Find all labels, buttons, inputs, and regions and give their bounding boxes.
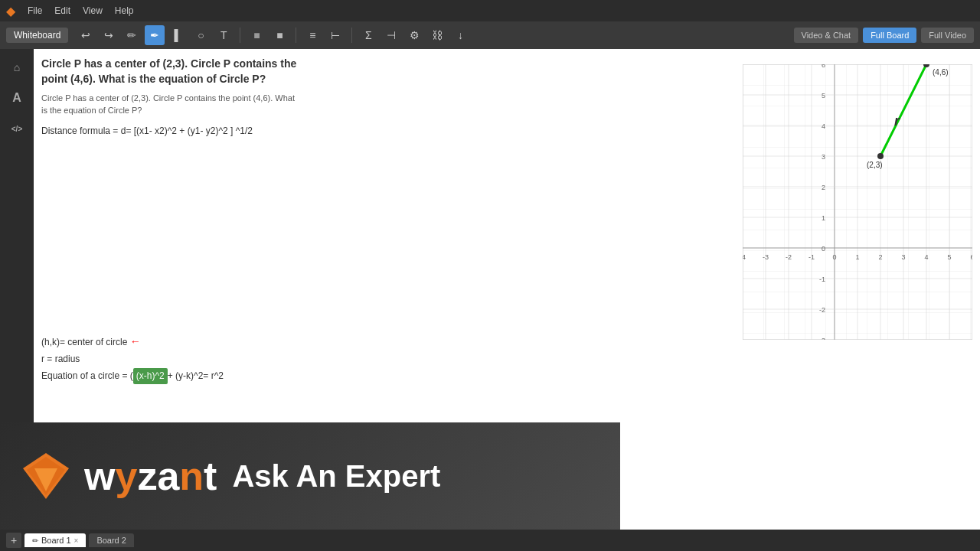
menu-edit[interactable]: Edit — [54, 5, 70, 16]
ask-expert-text: Ask An Expert — [232, 459, 440, 494]
lines-button[interactable]: ≡ — [302, 25, 322, 45]
code-icon[interactable]: </> — [5, 116, 29, 141]
svg-text:3: 3 — [822, 153, 825, 161]
user-icon[interactable]: A — [5, 86, 29, 110]
svg-text:6: 6 — [970, 253, 972, 261]
download-button[interactable]: ↓ — [450, 25, 470, 45]
svg-text:(2,3): (2,3) — [867, 161, 883, 169]
full-video-button[interactable]: Full Video — [921, 28, 974, 43]
menu-help[interactable]: Help — [115, 5, 134, 16]
coordinate-grid: -4 -3 -2 -1 0 1 2 3 4 5 6 6 5 4 3 2 1 0 … — [743, 64, 972, 340]
pen-button[interactable]: ✒ — [145, 25, 165, 45]
home-icon[interactable]: ⌂ — [5, 55, 29, 80]
redo-button[interactable]: ↪ — [99, 25, 119, 45]
separator-3 — [351, 28, 352, 43]
svg-text:0: 0 — [822, 245, 825, 253]
video-chat-button[interactable]: Video & Chat — [794, 28, 859, 43]
content-panel: Circle P has a center of (2,3). Circle P… — [41, 57, 302, 141]
tab-board1-close[interactable]: × — [74, 536, 79, 545]
color2-button[interactable]: ■ — [270, 25, 289, 45]
full-board-button[interactable]: Full Board — [863, 28, 916, 43]
settings-button[interactable]: ⚙ — [404, 25, 424, 45]
separator-1 — [240, 28, 240, 43]
svg-text:-3: -3 — [763, 253, 769, 261]
problem-subtitle: Circle P has a center of (2,3). Circle P… — [41, 93, 302, 116]
svg-text:5: 5 — [822, 92, 825, 99]
separator-2 — [296, 28, 296, 43]
tab-board1-icon: ✏ — [32, 536, 38, 545]
notes-line1: (h,k)= center of circle ← — [41, 332, 224, 351]
problem-title: Circle P has a center of (2,3). Circle P… — [41, 57, 302, 86]
distance-formula: Distance formula = d= [(x1- x2)^2 + (y1-… — [41, 126, 302, 136]
red-arrow-icon: ← — [130, 335, 141, 347]
svg-text:-3: -3 — [819, 337, 825, 340]
svg-text:2: 2 — [878, 253, 882, 261]
tab-board1[interactable]: ✏ Board 1 × — [24, 533, 86, 547]
svg-text:-1: -1 — [819, 276, 825, 283]
svg-text:-2: -2 — [819, 306, 825, 314]
svg-text:(4,6): (4,6) — [933, 68, 949, 77]
wyzant-banner: wyzant Ask An Expert — [0, 422, 620, 530]
link-button[interactable]: ⛓ — [427, 25, 447, 45]
svg-text:1: 1 — [822, 214, 825, 222]
svg-text:6: 6 — [822, 64, 825, 69]
undo-button[interactable]: ↩ — [76, 25, 96, 45]
toolbar: Whiteboard ↩ ↪ ✏ ✒ ▌ ○ T ■ ■ ≡ ⊢ Σ ⊣ ⚙ ⛓… — [0, 21, 980, 49]
add-tab-button[interactable]: + — [6, 533, 21, 548]
svg-text:1: 1 — [855, 253, 859, 261]
ruler2-button[interactable]: ⊣ — [381, 25, 401, 45]
tab-board1-label: Board 1 — [41, 536, 71, 545]
graph-area: -4 -3 -2 -1 0 1 2 3 4 5 6 6 5 4 3 2 1 0 … — [743, 64, 972, 340]
menu-file[interactable]: File — [28, 5, 42, 16]
wyzant-text: wyzant — [84, 453, 217, 499]
app-logo: ◆ — [6, 4, 15, 18]
wyzant-logo-icon — [23, 453, 69, 499]
tab-board2-label: Board 2 — [96, 536, 126, 545]
whiteboard-label: Whiteboard — [6, 28, 68, 43]
section-notes: (h,k)= center of circle ← r = radius Equ… — [41, 332, 224, 384]
svg-text:-2: -2 — [786, 253, 792, 261]
tab-board2[interactable]: Board 2 — [89, 533, 134, 547]
svg-text:-1: -1 — [808, 253, 815, 261]
menu-bar: ◆ File Edit View Help — [0, 0, 980, 21]
eraser-button[interactable]: ✏ — [122, 25, 142, 45]
equation-highlight: (x-h)^2 — [133, 368, 168, 385]
svg-text:4: 4 — [822, 122, 825, 130]
notes-line3: Equation of a circle = ((x-h)^2+ (y-k)^2… — [41, 368, 224, 385]
svg-text:2: 2 — [822, 184, 825, 191]
color1-button[interactable]: ■ — [247, 25, 266, 45]
menu-view[interactable]: View — [83, 5, 103, 16]
svg-text:5: 5 — [947, 253, 951, 261]
svg-text:3: 3 — [901, 253, 905, 261]
sigma-button[interactable]: Σ — [358, 25, 378, 45]
circle-button[interactable]: ○ — [191, 25, 211, 45]
svg-text:4: 4 — [924, 253, 928, 261]
notes-line2: r = radius — [41, 351, 224, 368]
svg-point-45 — [877, 153, 884, 159]
highlighter-button[interactable]: ▌ — [168, 25, 188, 45]
svg-text:-4: -4 — [743, 253, 746, 261]
tab-bar: + ✏ Board 1 × Board 2 — [0, 530, 980, 551]
svg-text:r: r — [894, 113, 900, 129]
text-button[interactable]: T — [214, 25, 234, 45]
ruler-button[interactable]: ⊢ — [325, 25, 345, 45]
svg-text:0: 0 — [832, 253, 836, 261]
toolbar-right: Video & Chat Full Board Full Video — [794, 28, 974, 43]
